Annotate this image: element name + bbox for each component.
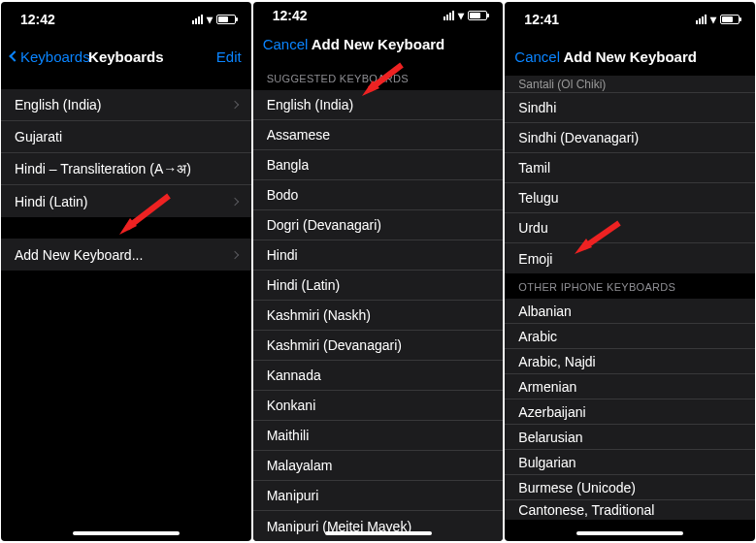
keyboard-label: Sindhi [518,100,556,115]
keyboard-label: Burmese (Unicode) [518,480,636,495]
status-icons: ▾ [444,9,487,22]
keyboard-row[interactable]: Arabic, Najdi [505,349,755,374]
add-new-keyboard-button[interactable]: Add New Keyboard... [1,239,251,271]
section-header-other: Other iPhone Keyboards [505,273,755,299]
add-new-label: Add New Keyboard... [15,247,143,263]
keyboard-label: English (India) [267,97,354,112]
keyboard-row[interactable]: Urdu [505,213,755,243]
suggested-keyboards-tail: Santali (Ol Chiki) Sindhi Sindhi (Devana… [505,76,755,273]
keyboard-label: Gujarati [15,129,62,144]
signal-icon [696,15,707,24]
keyboard-row[interactable]: Hindi – Transliteration (A→अ) [1,153,251,185]
keyboard-label: Arabic [518,329,557,344]
battery-icon [720,15,740,24]
keyboard-label: Emoji [518,251,552,267]
keyboard-label: Sindhi (Devanagari) [518,130,639,145]
status-bar: 12:41 ▾ [505,2,755,37]
phone-add-keyboard-suggested: 12:42 ▾ Cancel Add New Keyboard Suggeste… [253,2,504,541]
wifi-icon: ▾ [207,13,213,26]
keyboard-row[interactable]: Arabic [505,324,755,349]
keyboard-row[interactable]: Maithili [253,421,504,451]
keyboard-row[interactable]: Sindhi [505,93,755,123]
cancel-button[interactable]: Cancel [263,36,309,52]
keyboard-row[interactable]: Hindi (Latin) [253,271,504,301]
keyboard-row[interactable]: Azerbaijani [505,399,755,425]
keyboard-label: Hindi [267,247,298,263]
keyboard-row[interactable]: Armenian [505,374,755,399]
keyboard-row[interactable]: Assamese [253,120,504,150]
keyboard-label: Urdu [518,220,547,236]
keyboard-label: Assamese [267,127,330,143]
keyboard-row[interactable]: Bangla [253,150,504,180]
signal-icon [444,11,454,20]
keyboard-label: Tamil [518,160,550,176]
keyboard-row[interactable]: Hindi [253,240,504,271]
nav-bar: Keyboards Keyboards Edit [1,37,251,76]
keyboard-row[interactable]: Sindhi (Devanagari) [505,123,755,153]
status-time: 12:42 [20,12,55,27]
keyboard-row[interactable]: English (India) [1,89,251,121]
keyboard-label: Maithili [267,428,310,443]
keyboard-label: Kashmiri (Devanagari) [267,337,402,353]
spacer [1,217,251,239]
keyboard-row[interactable]: Bodo [253,180,504,210]
keyboard-row-partial[interactable]: Santali (Ol Chiki) [505,76,755,93]
add-new-section: Add New Keyboard... [1,239,251,271]
keyboard-label: Hindi (Latin) [267,277,340,293]
cancel-button[interactable]: Cancel [514,48,560,65]
keyboard-label: Hindi – Transliteration (A→अ) [15,161,191,177]
keyboard-row[interactable]: Dogri (Devanagari) [253,210,504,240]
keyboard-row[interactable]: Hindi (Latin) [1,185,251,217]
keyboard-row[interactable]: Konkani [253,391,504,421]
status-time: 12:41 [524,12,559,27]
keyboard-label: Hindi (Latin) [15,194,87,209]
edit-button[interactable]: Edit [216,48,242,65]
signal-icon [192,15,203,24]
keyboard-row[interactable]: Albanian [505,299,755,324]
battery-icon [216,15,236,24]
keyboard-label: Azerbaijani [518,404,585,420]
wifi-icon: ▾ [458,9,464,22]
keyboard-row[interactable]: Telugu [505,183,755,213]
back-button[interactable]: Keyboards [11,48,90,65]
home-indicator[interactable] [576,531,683,535]
other-keyboards-list: Albanian Arabic Arabic, Najdi Armenian A… [505,299,755,520]
keyboard-label: Armenian [518,379,576,395]
keyboard-label: Malayalam [267,458,333,473]
status-bar: 12:42 ▾ [253,2,504,29]
keyboard-label: Belarusian [518,430,582,445]
keyboard-row[interactable]: Gujarati [1,121,251,153]
keyboard-label: Arabic, Najdi [518,354,595,369]
keyboards-list: English (India) Gujarati Hindi – Transli… [1,89,251,217]
keyboard-row[interactable]: Malayalam [253,451,504,481]
status-icons: ▾ [696,13,740,26]
keyboard-label: Kashmiri (Naskh) [267,307,371,323]
section-header-suggested: Suggested Keyboards [253,59,504,90]
keyboard-row-partial[interactable]: Cantonese, Traditional [505,500,755,520]
keyboard-label: Cantonese, Traditional [518,502,654,518]
chevron-left-icon [9,50,19,61]
keyboard-label: Bulgarian [518,455,575,470]
keyboard-row[interactable]: Manipuri (Meitei Mayek) [253,511,504,541]
keyboard-row[interactable]: Manipuri [253,481,504,511]
nav-bar: Cancel Add New Keyboard [253,29,504,59]
home-indicator[interactable] [73,531,180,535]
keyboard-row[interactable]: Kannada [253,361,504,391]
keyboard-label: Bangla [267,157,310,173]
keyboard-row[interactable]: Bulgarian [505,450,755,475]
keyboard-label: Manipuri [267,488,319,503]
keyboard-row[interactable]: Kashmiri (Naskh) [253,301,504,331]
phone-keyboards-list: 12:42 ▾ Keyboards Keyboards Edit English… [1,2,251,541]
chevron-right-icon [230,197,238,205]
keyboard-row[interactable]: Tamil [505,153,755,183]
keyboard-label: Dogri (Devanagari) [267,217,381,233]
keyboard-row[interactable]: Burmese (Unicode) [505,475,755,500]
keyboard-label: Telugu [518,190,558,206]
home-indicator[interactable] [325,531,432,535]
keyboard-row[interactable]: English (India) [253,90,504,120]
back-label: Keyboards [20,48,90,65]
keyboard-row[interactable]: Belarusian [505,425,755,450]
keyboard-row[interactable]: Kashmiri (Devanagari) [253,331,504,361]
keyboard-row-emoji[interactable]: Emoji [505,243,755,273]
chevron-right-icon [230,101,238,109]
